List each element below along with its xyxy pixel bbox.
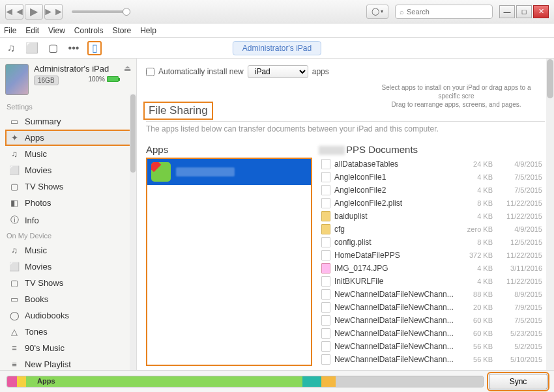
file-name: NewChannelDataFileNewChann... bbox=[334, 342, 455, 351]
sidebar-item-info[interactable]: ⓘInfo bbox=[0, 211, 136, 229]
document-row[interactable]: NewChannelDataFileNewChann...20 KB7/9/20… bbox=[319, 301, 545, 314]
document-row[interactable]: NewChannelDataFileNewChann...60 KB5/23/2… bbox=[319, 327, 545, 340]
device-storage: 16GB bbox=[34, 76, 59, 85]
menu-edit[interactable]: Edit bbox=[25, 26, 39, 35]
document-row[interactable]: InitBKURLFile4 KB11/22/2015 bbox=[319, 275, 545, 288]
file-date: 7/9/2015 bbox=[497, 303, 542, 311]
file-date: 11/22/2015 bbox=[497, 277, 542, 285]
file-date: 8/9/2015 bbox=[497, 290, 542, 298]
main-area: Administrator's iPad 16GB 100% ⏏ Setting… bbox=[0, 59, 554, 371]
play-button[interactable]: ▶ bbox=[25, 4, 43, 20]
sidebar-item-tv-shows[interactable]: ▢TV Shows bbox=[0, 178, 136, 195]
app-row[interactable] bbox=[147, 159, 311, 185]
capacity-segment bbox=[321, 376, 336, 387]
document-row[interactable]: AngleIconFile14 KB7/5/2015 bbox=[319, 171, 545, 184]
document-row[interactable]: config.plist8 KB12/5/2015 bbox=[319, 236, 545, 249]
sidebar-item-tones[interactable]: △Tones bbox=[0, 324, 136, 340]
minimize-button[interactable]: — bbox=[499, 5, 515, 18]
file-size: 4 KB bbox=[459, 277, 493, 285]
menu-store[interactable]: Store bbox=[113, 26, 132, 35]
auto-install-suffix: apps bbox=[312, 67, 329, 76]
menu-view[interactable]: View bbox=[48, 26, 65, 35]
music-tab-icon[interactable]: ♫ bbox=[4, 41, 18, 55]
file-size: 24 KB bbox=[459, 160, 493, 168]
document-row[interactable]: cfgzero KB4/9/2015 bbox=[319, 223, 545, 236]
sync-button[interactable]: Sync bbox=[489, 374, 547, 389]
file-name: cfg bbox=[334, 225, 455, 234]
auto-install-label: Automatically install new bbox=[158, 67, 244, 76]
file-size: 60 KB bbox=[459, 329, 493, 337]
file-icon bbox=[321, 276, 330, 287]
file-icon bbox=[321, 302, 330, 313]
sidebar-item-books[interactable]: ▭Books bbox=[0, 291, 136, 307]
document-row[interactable]: AngleIconFile2.plist8 KB11/22/2015 bbox=[319, 197, 545, 210]
device-pill[interactable]: Administrator's iPad bbox=[233, 41, 321, 55]
battery-icon bbox=[107, 76, 119, 82]
tv-tab-icon[interactable]: ▢ bbox=[46, 41, 60, 55]
file-icon bbox=[321, 354, 330, 365]
file-date: 5/2/2015 bbox=[497, 343, 542, 350]
auto-install-checkbox[interactable] bbox=[146, 68, 154, 76]
maximize-button[interactable]: □ bbox=[516, 5, 532, 18]
menu-file[interactable]: File bbox=[4, 26, 16, 35]
volume-slider[interactable] bbox=[72, 10, 130, 13]
document-row[interactable]: HomeDataFilePPS372 KB11/22/2015 bbox=[319, 249, 545, 262]
apps-list[interactable] bbox=[146, 158, 312, 366]
device-tab-icon[interactable]: ▯ bbox=[87, 41, 102, 55]
close-button[interactable]: ✕ bbox=[533, 5, 549, 18]
sidebar-item-label: Movies bbox=[25, 165, 51, 175]
sidebar-icon: ✦ bbox=[9, 133, 20, 143]
sidebar-item-movies[interactable]: ⬜Movies bbox=[0, 259, 136, 275]
sidebar-item-audiobooks[interactable]: ◯Audiobooks bbox=[0, 307, 136, 324]
menu-help[interactable]: Help bbox=[140, 26, 156, 35]
search-icon: ⌕ bbox=[400, 8, 404, 16]
document-row[interactable]: baiduplist4 KB11/22/2015 bbox=[319, 210, 545, 223]
sidebar-item-label: Summary bbox=[25, 117, 61, 126]
document-row[interactable]: allDatabaseTables24 KB4/9/2015 bbox=[319, 158, 545, 171]
next-button[interactable]: ►► bbox=[44, 4, 63, 20]
file-name: NewChannelDataFileNewChann... bbox=[334, 355, 455, 364]
sidebar-item-music[interactable]: ♫Music bbox=[0, 242, 136, 259]
sidebar-icon: ⬜ bbox=[9, 262, 20, 272]
content-scrollbar[interactable] bbox=[546, 59, 554, 371]
sidebar-item-photos[interactable]: ◧Photos bbox=[0, 195, 136, 211]
sidebar-item-90-s-music[interactable]: ≡90's Music bbox=[0, 340, 136, 356]
auto-install-device-select[interactable]: iPad bbox=[248, 65, 308, 78]
file-size: 4 KB bbox=[459, 173, 493, 181]
more-tab-icon[interactable]: ••• bbox=[66, 41, 81, 55]
sidebar-item-apps[interactable]: ✦Apps bbox=[5, 130, 131, 146]
device-thumbnail bbox=[5, 64, 29, 95]
sidebar-icon: ▭ bbox=[9, 117, 20, 126]
document-row[interactable]: AngleIconFile24 KB7/5/2015 bbox=[319, 184, 545, 197]
document-row[interactable]: NewChannelDataFileNewChann...56 KB5/10/2… bbox=[319, 353, 545, 366]
content-pane: Automatically install new iPad apps Sele… bbox=[137, 59, 554, 371]
movies-tab-icon[interactable]: ⬜ bbox=[25, 41, 39, 55]
menu-controls[interactable]: Controls bbox=[74, 26, 104, 35]
search-input[interactable] bbox=[407, 8, 488, 16]
file-name: config.plist bbox=[334, 238, 455, 247]
sidebar-item-music[interactable]: ♫Music bbox=[0, 146, 136, 162]
sidebar-icon: ▭ bbox=[9, 294, 20, 304]
sidebar-item-tv-shows[interactable]: ▢TV Shows bbox=[0, 275, 136, 291]
account-button[interactable]: ◯▾ bbox=[366, 5, 388, 19]
document-row[interactable]: NewChannelDataFileNewChann...60 KB7/5/20… bbox=[319, 314, 545, 327]
file-size: 88 KB bbox=[459, 290, 493, 298]
document-row[interactable]: NewChannelDataFileNewChann...88 KB8/9/20… bbox=[319, 288, 545, 301]
prev-button[interactable]: ◄◄ bbox=[5, 4, 23, 20]
document-row[interactable]: NewChannelDataFileNewChann...56 KB5/2/20… bbox=[319, 340, 545, 353]
file-name: NewChannelDataFileNewChann... bbox=[334, 290, 455, 299]
file-size: 60 KB bbox=[459, 316, 493, 324]
eject-icon[interactable]: ⏏ bbox=[124, 64, 131, 73]
file-icon bbox=[321, 328, 330, 339]
file-size: 4 KB bbox=[459, 186, 493, 194]
documents-list[interactable]: allDatabaseTables24 KB4/9/2015AngleIconF… bbox=[319, 158, 545, 366]
menu-bar: File Edit View Controls Store Help bbox=[0, 23, 554, 38]
file-icon bbox=[321, 250, 330, 260]
file-name: allDatabaseTables bbox=[334, 160, 455, 169]
sidebar-scrollbar[interactable] bbox=[130, 94, 136, 371]
sidebar-item-summary[interactable]: ▭Summary bbox=[0, 113, 136, 130]
document-row[interactable]: IMG_0174.JPG4 KB3/11/2016 bbox=[319, 262, 545, 275]
sidebar-item-movies[interactable]: ⬜Movies bbox=[0, 162, 136, 178]
search-box[interactable]: ⌕ bbox=[395, 5, 493, 19]
capacity-bar: Apps bbox=[7, 376, 484, 387]
